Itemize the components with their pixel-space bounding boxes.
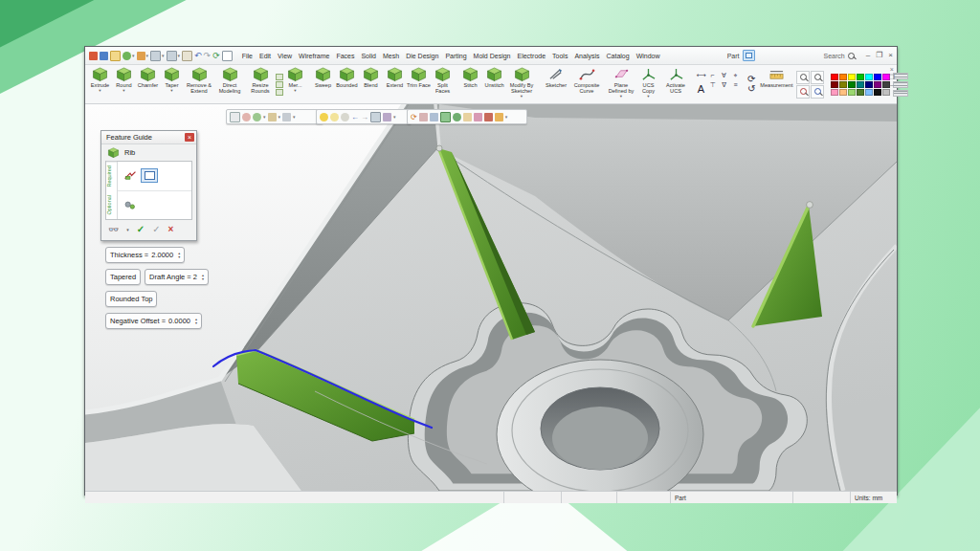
redo-icon[interactable]: ↷: [204, 52, 212, 59]
split-faces-button[interactable]: Split Faces: [431, 66, 455, 102]
dropdown-caret-icon[interactable]: ▾: [122, 89, 124, 92]
thickness-field[interactable]: Thickness = 2.0000 ▴▾: [105, 247, 185, 263]
composite-curve-button[interactable]: Composite Curve: [571, 66, 602, 102]
select-arrow-icon[interactable]: [230, 112, 240, 122]
menu-mesh[interactable]: Mesh: [383, 53, 399, 59]
rounded-top-button[interactable]: Rounded Top: [105, 291, 157, 307]
window-cascade-icon[interactable]: [167, 51, 177, 61]
zoom-area-button[interactable]: [811, 71, 824, 84]
curvature-button[interactable]: [811, 85, 824, 99]
tapered-button[interactable]: Tapered: [105, 269, 141, 285]
menu-faces[interactable]: Faces: [336, 53, 354, 59]
app-logo-icon[interactable]: [89, 52, 98, 60]
menu-edit[interactable]: Edit: [259, 53, 271, 59]
boundary-dialog-icon[interactable]: [141, 168, 158, 183]
menu-wireframe[interactable]: Wireframe: [299, 53, 329, 59]
menu-file[interactable]: File: [242, 53, 253, 59]
refresh-icon[interactable]: ⟳: [411, 113, 417, 121]
open-icon[interactable]: [110, 51, 121, 61]
menu-tools[interactable]: Tools: [552, 53, 568, 59]
extrude-button[interactable]: Extrude▾: [88, 66, 112, 102]
entity-filter-icon[interactable]: [253, 113, 261, 121]
menu-solid[interactable]: Solid: [361, 53, 376, 59]
triad-icon[interactable]: [419, 113, 428, 121]
annotation-icon[interactable]: [463, 113, 472, 121]
thickness-spinner[interactable]: ▴▾: [178, 252, 180, 258]
pick-profile-icon[interactable]: [123, 170, 137, 181]
dropdown-caret-icon[interactable]: ▾: [521, 95, 523, 98]
arrow-left-icon[interactable]: ←: [351, 113, 359, 121]
doc-restore-button[interactable]: ❐: [889, 75, 895, 80]
negative-offset-spinner[interactable]: ▴▾: [195, 318, 197, 324]
color-swatch[interactable]: [848, 89, 856, 96]
color-swatch[interactable]: [874, 74, 881, 80]
globe-icon[interactable]: [453, 113, 461, 121]
color-swatch[interactable]: [831, 89, 838, 96]
dim-taper-icon[interactable]: ∇: [719, 80, 729, 89]
dropdown-caret-icon[interactable]: ▾: [146, 53, 149, 58]
blend-button[interactable]: Blend: [359, 66, 383, 102]
dropdown-caret-icon[interactable]: ▾: [99, 89, 100, 92]
ok-button[interactable]: ✓: [137, 225, 145, 234]
dim-target-icon[interactable]: ⌖: [730, 71, 741, 79]
color-swatch[interactable]: [839, 89, 847, 96]
trim-face-button[interactable]: Trim Face: [407, 66, 431, 102]
camera-icon[interactable]: [383, 113, 391, 121]
dim-table-icon[interactable]: ≡: [730, 80, 741, 89]
menu-die-design[interactable]: Die Design: [406, 53, 438, 59]
optional-settings-icon[interactable]: [123, 200, 137, 210]
bounded-button[interactable]: Bounded: [335, 66, 359, 102]
unstitch-button[interactable]: Unstitch: [482, 66, 506, 102]
dim-angle-icon[interactable]: ⌐: [707, 71, 718, 79]
text-tool-icon[interactable]: A: [696, 80, 706, 99]
dropdown-caret-icon[interactable]: ▾: [647, 95, 649, 98]
resize-rounds-button[interactable]: Resize Rounds: [245, 66, 276, 102]
feature-guide-titlebar[interactable]: Feature Guide ×: [101, 131, 196, 144]
color-swatch[interactable]: [865, 89, 873, 96]
layer-list-icon[interactable]: [893, 73, 908, 79]
box-dropdown-icon[interactable]: [282, 113, 291, 121]
copy-icon[interactable]: [182, 51, 192, 61]
line-width-icon[interactable]: [893, 90, 908, 97]
menu-parting[interactable]: Parting: [445, 53, 466, 59]
color-swatch[interactable]: [831, 74, 838, 80]
arrow-right-icon[interactable]: →: [361, 113, 368, 121]
dropdown-caret-icon[interactable]: ▾: [178, 53, 181, 58]
constraint-icon[interactable]: [430, 113, 438, 121]
pencil-dropdown-icon[interactable]: [268, 113, 277, 121]
menu-mold-design[interactable]: Mold Design: [474, 53, 511, 59]
layer-icon[interactable]: [495, 113, 503, 121]
apply-button[interactable]: ✓: [152, 225, 160, 234]
save-icon[interactable]: [100, 52, 108, 60]
dim-datum-icon[interactable]: ⊤: [707, 80, 718, 89]
dropdown-caret-icon[interactable]: ▾: [620, 95, 622, 98]
doc-minimize-button[interactable]: –: [890, 82, 894, 88]
draft-angle-field[interactable]: Draft Angle = 2 ▴▾: [145, 269, 209, 285]
sweep-button[interactable]: Sweep: [311, 66, 335, 102]
line-style-icon[interactable]: [893, 81, 908, 88]
zoom-check-button[interactable]: [796, 71, 810, 84]
dropdown-caret-icon[interactable]: ▾: [170, 89, 172, 92]
window-layout-icon[interactable]: [150, 51, 161, 61]
color-swatch[interactable]: [882, 89, 890, 96]
modify-by-sketcher-button[interactable]: Modify By Sketcher▾: [506, 66, 537, 102]
regen-icon[interactable]: ⟳: [212, 52, 220, 59]
sync-icon[interactable]: [122, 52, 131, 60]
dropdown-caret-icon[interactable]: ▾: [132, 53, 135, 58]
user-icon[interactable]: [137, 52, 145, 60]
activate-ucs-button[interactable]: Activate UCS: [660, 66, 691, 102]
bulb-off-icon[interactable]: [341, 113, 349, 121]
undo-icon[interactable]: ↶: [194, 52, 202, 59]
color-swatch[interactable]: [857, 74, 864, 80]
menu-catalog[interactable]: Catalog: [607, 53, 630, 59]
merge-button[interactable]: Mer...▾: [283, 66, 307, 102]
cancel-button[interactable]: ×: [168, 225, 174, 234]
restore-button[interactable]: ❐: [876, 52, 882, 59]
viewport[interactable]: ▾ ▾ ▾ ← → ▾ ⟳ ▾ Feature: [85, 104, 897, 491]
window-icon[interactable]: [370, 112, 381, 122]
negative-offset-value[interactable]: 0.0000: [168, 317, 190, 325]
menu-view[interactable]: View: [278, 53, 292, 59]
plane-defined-by-button[interactable]: Plane Defined by▾: [606, 66, 636, 102]
color-swatch[interactable]: [865, 81, 873, 88]
draft-angle-spinner[interactable]: ▴▾: [202, 274, 204, 280]
